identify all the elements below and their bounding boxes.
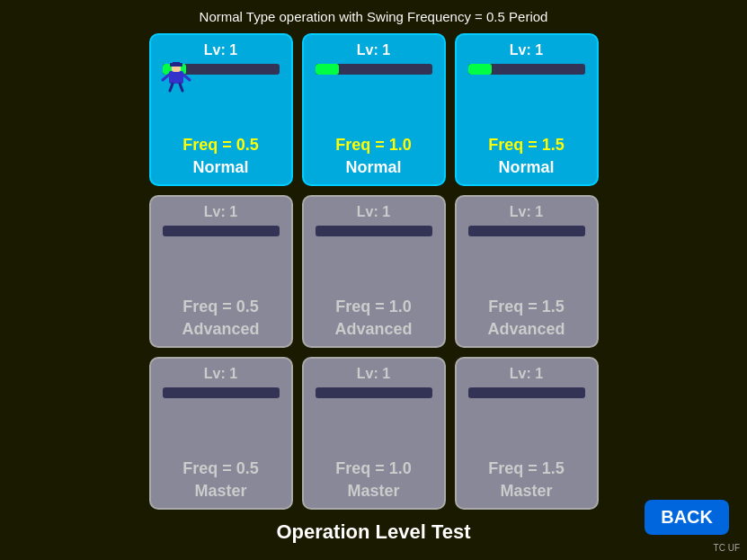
svg-line-6	[170, 84, 173, 91]
level-grid: Lv: 1 Freq = 0.5NormalLv: 1Freq = 1.0Nor…	[149, 33, 599, 510]
cell-level-2: Lv: 1	[510, 42, 543, 58]
cell-mode-4: Advanced	[334, 320, 412, 339]
cell-freq-3: Freq = 0.5	[182, 298, 259, 316]
progress-bar-container-8	[468, 387, 585, 398]
svg-rect-3	[173, 62, 180, 64]
progress-bar-fill-2	[468, 64, 492, 75]
progress-bar-container-7	[316, 387, 432, 398]
cell-level-3: Lv: 1	[204, 204, 237, 220]
cell-freq-5: Freq = 1.5	[488, 298, 565, 316]
progress-bar-container-6	[163, 387, 280, 398]
bottom-title: Operation Level Test	[277, 520, 471, 544]
svg-line-5	[183, 75, 190, 80]
cell-freq-2: Freq = 1.5	[488, 136, 565, 155]
cell-mode-6: Master	[194, 482, 246, 501]
cell-freq-7: Freq = 1.0	[335, 459, 412, 478]
grid-cell-0[interactable]: Lv: 1 Freq = 0.5Normal	[149, 33, 293, 186]
cell-mode-5: Advanced	[487, 320, 565, 339]
cell-level-5: Lv: 1	[510, 204, 543, 220]
progress-bar-fill-1	[316, 64, 339, 75]
svg-line-7	[180, 84, 182, 91]
back-button[interactable]: BACK	[645, 500, 729, 535]
cell-level-4: Lv: 1	[357, 204, 390, 220]
tc-uf-badge: TC UF	[714, 543, 740, 553]
grid-cell-6[interactable]: Lv: 1Freq = 0.5Master	[149, 357, 293, 510]
grid-cell-1[interactable]: Lv: 1Freq = 1.0Normal	[302, 33, 446, 186]
cell-mode-2: Normal	[498, 158, 554, 177]
cell-freq-8: Freq = 1.5	[488, 459, 565, 478]
progress-bar-container-2	[468, 64, 585, 75]
cell-level-1: Lv: 1	[357, 42, 390, 58]
grid-cell-4[interactable]: Lv: 1Freq = 1.0Advanced	[302, 195, 446, 348]
cell-mode-3: Advanced	[182, 320, 259, 339]
cell-level-8: Lv: 1	[510, 366, 543, 382]
cell-freq-6: Freq = 0.5	[182, 459, 259, 478]
grid-cell-5[interactable]: Lv: 1Freq = 1.5Advanced	[455, 195, 599, 348]
cell-level-0: Lv: 1	[204, 42, 237, 58]
grid-cell-3[interactable]: Lv: 1Freq = 0.5Advanced	[149, 195, 293, 348]
progress-bar-container-1	[316, 64, 432, 75]
cell-mode-8: Master	[500, 482, 552, 501]
cell-mode-0: Normal	[192, 158, 248, 177]
grid-cell-7[interactable]: Lv: 1Freq = 1.0Master	[302, 357, 446, 510]
cell-level-6: Lv: 1	[204, 366, 237, 382]
cell-level-7: Lv: 1	[357, 366, 390, 382]
cell-mode-1: Normal	[345, 158, 401, 177]
grid-cell-2[interactable]: Lv: 1Freq = 1.5Normal	[455, 33, 599, 186]
progress-bar-container-5	[468, 226, 585, 236]
page-title: Normal Type operation with Swing Frequen…	[200, 9, 548, 24]
cell-freq-0: Freq = 0.5	[182, 136, 259, 155]
character-icon	[158, 62, 194, 93]
progress-bar-container-3	[163, 226, 280, 236]
svg-rect-0	[169, 71, 183, 84]
cell-mode-7: Master	[347, 482, 399, 501]
progress-bar-container-4	[316, 226, 432, 236]
cell-freq-1: Freq = 1.0	[335, 136, 412, 155]
grid-cell-8[interactable]: Lv: 1Freq = 1.5Master	[455, 357, 599, 510]
cell-freq-4: Freq = 1.0	[335, 298, 412, 316]
svg-line-4	[163, 75, 169, 80]
